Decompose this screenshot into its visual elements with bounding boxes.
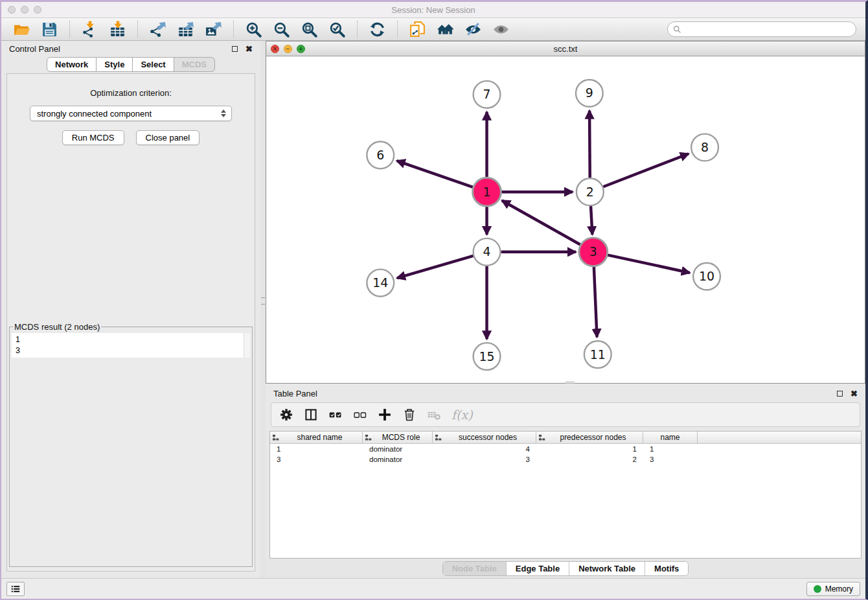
table-panel-title: Table Panel (273, 389, 837, 398)
column-header-successor-nodes[interactable]: successor nodes (433, 432, 536, 443)
node-1[interactable]: 1 (473, 178, 501, 206)
import-table-icon[interactable] (109, 21, 126, 38)
node-4[interactable]: 4 (474, 238, 501, 266)
toolbar-separator (69, 21, 70, 38)
table-tabs-bar: Node TableEdge TableNetwork TableMotifs (266, 559, 865, 578)
svg-text:11: 11 (590, 347, 606, 362)
node-table: shared nameMCDS rolesuccessor nodesprede… (269, 431, 862, 559)
memory-status-icon (814, 585, 821, 593)
columns-icon[interactable] (304, 408, 318, 422)
column-header-predecessor-nodes[interactable]: predecessor nodes (536, 432, 643, 443)
memory-label: Memory (825, 584, 853, 594)
edge-2-3[interactable] (591, 206, 592, 235)
column-label: shared name (279, 433, 360, 442)
table-cell: 3 (270, 454, 363, 465)
gear-icon[interactable] (279, 408, 293, 422)
node-7[interactable]: 7 (474, 81, 501, 108)
add-row-icon[interactable] (378, 408, 392, 422)
node-6[interactable]: 6 (367, 142, 394, 169)
column-header-name[interactable]: name (643, 432, 698, 443)
table-row[interactable]: 3dominator323 (270, 454, 861, 465)
app-title: Session: New Session (1, 5, 865, 15)
import-network-icon[interactable] (81, 21, 98, 38)
result-scrollbar[interactable] (244, 333, 250, 358)
home-layout-icon[interactable] (437, 21, 454, 38)
select-all-icon[interactable] (328, 408, 343, 422)
control-panel-close-icon[interactable]: ✖ (246, 45, 253, 53)
edge-3-11[interactable] (594, 266, 597, 338)
deselect-all-icon[interactable] (353, 408, 367, 422)
network-snapshot-icon[interactable] (409, 21, 426, 38)
column-label: successor nodes (442, 433, 534, 442)
toolbar-separator (137, 21, 138, 38)
edge-1-6[interactable] (397, 161, 474, 187)
control-panel-float-icon[interactable] (232, 46, 238, 52)
node-15[interactable]: 15 (474, 343, 501, 370)
optimization-criterion-select[interactable]: strongly connected component (30, 106, 232, 121)
save-session-icon[interactable] (41, 21, 58, 38)
zoom-fit-icon[interactable] (301, 21, 318, 38)
tab-select[interactable]: Select (133, 57, 174, 72)
hide-selected-icon[interactable] (464, 21, 482, 38)
tab-node-table[interactable]: Node Table (443, 562, 506, 575)
edge-2-8[interactable] (603, 154, 689, 187)
table-row[interactable]: 1dominator411 (270, 444, 861, 454)
optimization-criterion-label: Optimization criterion: (90, 88, 172, 98)
export-image-icon[interactable] (205, 21, 222, 38)
zoom-selected-icon[interactable] (328, 21, 346, 38)
tab-edge-table[interactable]: Edge Table (506, 562, 569, 575)
node-10[interactable]: 10 (693, 263, 720, 290)
column-header-MCDS-role[interactable]: MCDS role (363, 432, 433, 443)
tab-style[interactable]: Style (97, 57, 133, 72)
table-header: shared nameMCDS rolesuccessor nodesprede… (270, 432, 861, 444)
export-network-icon[interactable] (149, 21, 166, 38)
column-header-shared-name[interactable]: shared name (270, 432, 363, 443)
column-type-icon (435, 434, 442, 441)
run-mcds-button[interactable]: Run MCDS (62, 130, 124, 145)
app-titlebar: Session: New Session (1, 2, 865, 18)
table-panel-float-icon[interactable] (837, 391, 843, 397)
edge-2-9[interactable] (589, 111, 590, 178)
close-panel-button[interactable]: Close panel (136, 130, 200, 145)
edge-3-1[interactable] (502, 200, 581, 245)
node-9[interactable]: 9 (576, 80, 603, 107)
table-body: 1dominator4113dominator323 (270, 444, 861, 465)
node-3[interactable]: 3 (579, 238, 608, 266)
svg-text:1: 1 (483, 185, 491, 199)
export-table-icon[interactable] (177, 21, 194, 38)
show-all-icon[interactable] (492, 21, 510, 38)
node-8[interactable]: 8 (691, 134, 718, 161)
search-icon (673, 25, 681, 34)
node-11[interactable]: 11 (584, 341, 611, 368)
open-file-icon[interactable] (13, 21, 30, 38)
delete-row-icon[interactable] (402, 408, 417, 422)
table-cell: 1 (536, 444, 643, 454)
refresh-network-icon[interactable] (369, 21, 386, 38)
tab-mcds[interactable]: MCDS (174, 57, 215, 72)
search-input[interactable] (685, 25, 851, 34)
edge-4-14[interactable] (397, 256, 473, 278)
task-history-button[interactable] (6, 582, 25, 596)
result-line: 3 (16, 345, 241, 356)
tab-motifs[interactable]: Motifs (645, 562, 688, 575)
tab-network-table[interactable]: Network Table (569, 562, 645, 575)
zoom-out-icon[interactable] (273, 21, 290, 38)
column-label: MCDS role (372, 433, 430, 442)
edge-3-10[interactable] (607, 255, 690, 273)
zoom-in-icon[interactable] (245, 21, 262, 38)
node-14[interactable]: 14 (367, 270, 394, 297)
node-2[interactable]: 2 (577, 178, 604, 205)
tab-network[interactable]: Network (47, 57, 97, 72)
search-field[interactable] (667, 21, 856, 37)
column-label: predecessor nodes (545, 433, 641, 442)
table-panel: Table Panel ✖ f(x) shared nameMCDS roles… (266, 386, 865, 578)
memory-button[interactable]: Memory (806, 582, 860, 596)
network-canvas[interactable]: 7968124314101511 (266, 56, 865, 383)
panel-divider[interactable] (260, 41, 266, 578)
status-bar: Memory (1, 578, 865, 599)
mcds-result-text[interactable]: 13 (12, 333, 250, 358)
table-panel-close-icon[interactable]: ✖ (851, 389, 858, 398)
table-cell: 1 (270, 444, 363, 454)
window-resize-grip[interactable] (565, 382, 575, 384)
network-graph[interactable]: 7968124314101511 (266, 56, 865, 383)
